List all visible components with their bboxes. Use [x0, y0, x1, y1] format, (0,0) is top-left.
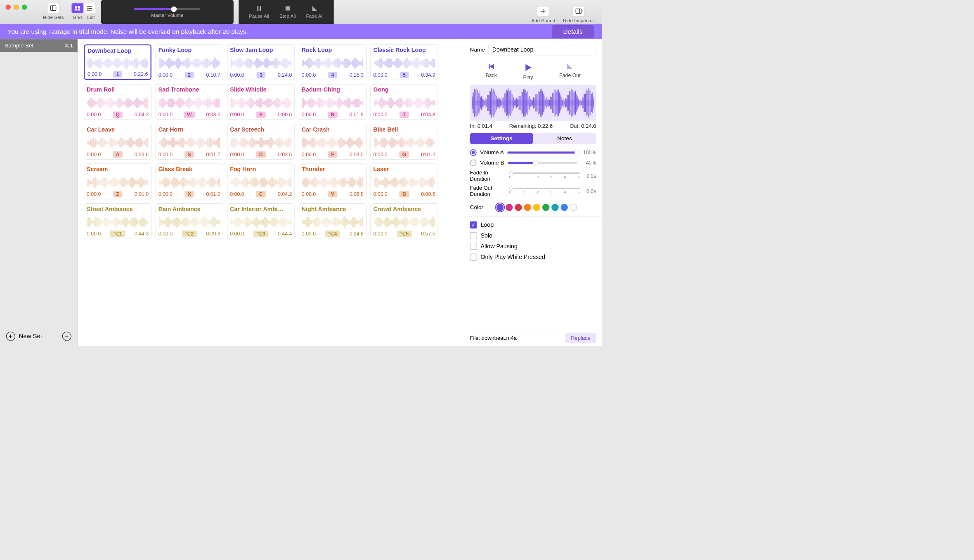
tab-settings[interactable]: Settings — [470, 133, 533, 144]
svg-rect-92 — [173, 61, 174, 66]
slider-thumb-icon[interactable] — [171, 6, 177, 12]
svg-rect-543 — [348, 98, 349, 108]
svg-rect-1342 — [234, 220, 235, 224]
add-set-button[interactable]: + — [6, 332, 15, 341]
svg-rect-319 — [88, 100, 89, 106]
svg-rect-977 — [147, 179, 148, 185]
play-button[interactable]: Play — [523, 62, 533, 80]
color-swatch[interactable] — [524, 204, 531, 211]
volume-a-radio[interactable] — [470, 149, 477, 156]
hide-sets-button[interactable] — [47, 3, 59, 13]
close-window-icon[interactable] — [6, 5, 11, 9]
inspector-waveform[interactable] — [470, 85, 596, 120]
replace-button[interactable]: Replace — [565, 333, 596, 343]
sound-tile[interactable]: Slide Whistle 0:00.0 E 0:00.6 — [227, 84, 295, 120]
sound-tile[interactable]: Crowd Ambiance 0:00.0 ⌥5 0:57.5 — [371, 203, 438, 239]
sound-tile[interactable]: Badum-Ching 0:00.0 R 0:01.9 — [299, 84, 366, 120]
svg-rect-185 — [278, 61, 279, 65]
svg-rect-640 — [109, 139, 110, 146]
only-pressed-checkbox[interactable] — [470, 254, 477, 261]
stop-all-button[interactable]: Stop All — [279, 5, 296, 19]
svg-rect-526 — [331, 99, 331, 107]
sound-tile[interactable]: Street Ambiance 0:00.0 ⌥1 0:44.3 — [84, 203, 151, 239]
sound-tile[interactable]: Scream 0:00.0 Z 0:01.0 — [84, 164, 151, 199]
color-swatch[interactable] — [561, 204, 568, 211]
slider-thumb-icon[interactable] — [509, 171, 513, 175]
color-swatch[interactable] — [496, 204, 504, 211]
volume-a-slider[interactable] — [507, 152, 577, 154]
sound-tile[interactable]: Night Ambiance 0:00.0 ⌥4 0:24.8 — [299, 203, 366, 239]
sound-tile[interactable]: Gong 0:00.0 T 0:04.8 — [371, 84, 438, 120]
sound-tile[interactable]: Rain Ambiance 0:00.0 ⌥2 0:09.8 — [156, 203, 223, 239]
sound-tile[interactable]: Drum Roll 0:00.0 Q 0:04.2 — [84, 84, 151, 120]
back-button[interactable]: Back — [485, 62, 496, 80]
tab-notes[interactable]: Notes — [533, 133, 596, 144]
color-swatch[interactable] — [533, 204, 540, 211]
sound-tile[interactable]: Bike Bell 0:00.0 G 0:01.2 — [371, 124, 438, 159]
hide-inspector-button[interactable] — [572, 6, 585, 16]
name-input[interactable] — [489, 44, 596, 55]
tile-duration: 0:15.3 — [350, 72, 364, 78]
set-item-sample[interactable]: Sample Set ⌘1 — [0, 39, 78, 52]
details-button[interactable]: Details — [552, 25, 594, 38]
svg-rect-350 — [120, 99, 121, 107]
master-volume-slider[interactable] — [134, 8, 201, 10]
svg-rect-1023 — [205, 180, 206, 185]
minimize-window-icon[interactable] — [14, 5, 19, 9]
sound-tile[interactable]: Classic Rock Loop 0:00.0 5 0:34.9 — [371, 44, 438, 80]
sound-tile[interactable]: Sad Trombone 0:00.0 W 0:03.6 — [156, 84, 223, 120]
volume-b-radio[interactable] — [470, 160, 477, 166]
slider-thumb-icon[interactable] — [533, 160, 539, 166]
list-view-button[interactable] — [84, 3, 96, 13]
svg-marker-1519 — [490, 64, 494, 69]
sound-tile[interactable]: Laser 0:00.0 B 0:00.6 — [371, 164, 438, 199]
color-swatch[interactable] — [515, 204, 522, 211]
zoom-window-icon[interactable] — [22, 5, 27, 9]
sound-tile[interactable]: Car Screech 0:00.0 D 0:02.5 — [227, 124, 295, 159]
svg-rect-1192 — [408, 181, 409, 183]
volume-b-slider[interactable] — [508, 162, 577, 164]
loop-checkbox[interactable]: ✓ — [470, 221, 477, 228]
tile-waveform-icon — [87, 55, 148, 71]
sound-tile[interactable]: Downbeat Loop 0:00.0 1 0:22.6 — [84, 44, 151, 80]
fade-out-slider[interactable]: 012345 — [509, 188, 580, 194]
svg-rect-16 — [576, 9, 581, 14]
svg-rect-1161 — [377, 178, 378, 187]
svg-rect-1633 — [556, 92, 556, 115]
fade-in-slider[interactable]: 012345 — [509, 172, 580, 179]
color-swatch[interactable] — [506, 204, 513, 211]
svg-rect-467 — [260, 99, 261, 107]
sound-tile[interactable]: Rock Loop 0:00.0 4 0:15.3 — [299, 44, 366, 80]
slider-thumb-icon[interactable] — [509, 186, 513, 191]
sound-tile[interactable]: Funky Loop 0:00.0 2 0:10.7 — [156, 44, 223, 80]
sidebar-toggle-icon — [50, 5, 57, 12]
solo-checkbox[interactable] — [470, 232, 477, 239]
add-sound-button[interactable] — [537, 6, 549, 16]
remove-set-button[interactable]: − — [62, 332, 71, 341]
svg-rect-1281 — [162, 221, 163, 223]
sound-tile[interactable]: Fog Horn 0:00.0 C 0:04.2 — [227, 164, 295, 199]
color-swatch[interactable] — [551, 204, 558, 211]
sound-tile[interactable]: Car Crash 0:00.0 F 0:03.0 — [299, 124, 366, 159]
svg-rect-1099 — [303, 179, 304, 186]
fade-all-button[interactable]: Fade All — [306, 5, 323, 19]
svg-rect-1183 — [399, 180, 400, 184]
svg-rect-938 — [107, 181, 108, 184]
svg-rect-894 — [410, 138, 411, 148]
fade-out-button[interactable]: Fade Out — [559, 62, 581, 80]
svg-rect-1301 — [182, 220, 183, 224]
svg-rect-920 — [89, 181, 90, 184]
sound-tile[interactable]: Car Leave 0:00.0 A 0:09.6 — [84, 124, 151, 159]
sound-tile[interactable]: Slow Jam Loop 0:00.0 3 0:24.0 — [227, 44, 295, 80]
sound-tile[interactable]: Thunder 0:00.0 V 0:06.8 — [299, 164, 366, 199]
grid-view-button[interactable] — [71, 3, 84, 13]
sound-tile[interactable]: Car Horn 0:00.0 S 0:01.7 — [156, 124, 223, 159]
pause-all-button[interactable]: Pause All — [249, 5, 269, 19]
color-swatch[interactable] — [542, 204, 549, 211]
slider-thumb-icon[interactable] — [574, 150, 580, 155]
svg-rect-212 — [316, 59, 317, 67]
color-swatch[interactable] — [570, 204, 577, 211]
sound-tile[interactable]: Glass Break 0:00.0 X 0:01.0 — [156, 164, 223, 199]
allow-pausing-checkbox[interactable] — [470, 243, 477, 250]
sound-tile[interactable]: Car Interior Ambi… 0:00.0 ⌥3 0:44.4 — [227, 203, 295, 239]
